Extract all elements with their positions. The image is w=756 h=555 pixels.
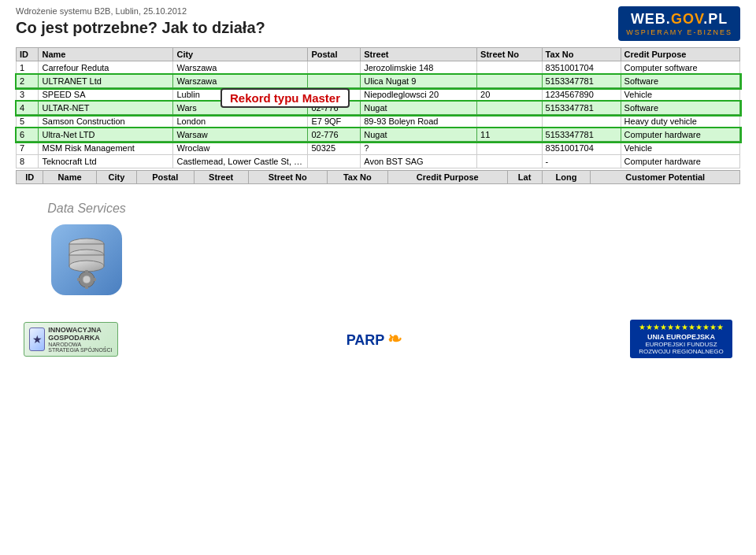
detail-header-row: ID Name City Postal Street Street No Tax… [17, 171, 740, 184]
col-tax-no: Tax No [542, 48, 621, 61]
table-row: 4ULTAR-NETWars02-776Nugat5153347781Softw… [17, 102, 740, 115]
svg-rect-8 [85, 270, 88, 273]
dcol-city: City [96, 171, 136, 184]
header-left: Wdrożenie systemu B2B, Lublin, 25.10.201… [16, 6, 265, 37]
footer: ★ INNOWACYJNA GOSPODARKA NARODOWA STRATE… [0, 316, 756, 361]
ue-line2: EUROPEJSKI FUNDUSZ [635, 341, 728, 348]
svg-rect-11 [93, 278, 96, 281]
table-row: 3SPEED SALublin20226Niepodleglowsci 2020… [17, 88, 740, 102]
logo-main-text: WEB.GOV.PL [631, 11, 728, 28]
innowacyjna-line2: GOSPODARKA [48, 334, 113, 342]
dcol-postal: Postal [137, 171, 194, 184]
innowacyjna-line3: NARODOWA STRATEGIA SPÓJNOŚCI [48, 342, 113, 353]
svg-rect-10 [77, 278, 80, 281]
table-row: 1Carrefour RedutaWarszawaJerozolimskie 1… [17, 61, 740, 75]
rekord-overlay: Rekord typu Master [220, 88, 350, 108]
data-services-section: Data Services [0, 187, 756, 313]
ds-logo-container: Data Services [24, 202, 150, 299]
dcol-lat: Lat [507, 171, 542, 184]
logo-sub-text: WSPIERAMY E-BIZNES [626, 28, 732, 36]
webgov-logo: WEB.GOV.PL WSPIERAMY E-BIZNES [618, 6, 740, 41]
dcol-customer-potential: Customer Potential [591, 171, 740, 184]
ue-stars: ★★★★★★★★★★★★ [635, 323, 728, 331]
col-city: City [173, 48, 308, 61]
header: Wdrożenie systemu B2B, Lublin, 25.10.201… [0, 0, 756, 44]
dcol-long: Long [542, 171, 591, 184]
col-postal: Postal [308, 48, 361, 61]
database-icon [47, 220, 126, 299]
parp-logo: PARP ❧ [346, 329, 402, 350]
col-name: Name [39, 48, 173, 61]
table-wrapper: ID Name City Postal Street Street No Tax… [16, 47, 740, 184]
detail-table: ID Name City Postal Street Street No Tax… [16, 170, 740, 184]
col-id: ID [17, 48, 39, 61]
table-row: 5Samson ConstructionLondonE7 9QF89-93 Bo… [17, 115, 740, 128]
ds-logo-text: Data Services [47, 202, 126, 216]
ue-line1: UNIA EUROPEJSKA [635, 333, 728, 341]
dcol-credit-purpose: Credit Purpose [388, 171, 508, 184]
svg-point-7 [83, 276, 91, 283]
innowacyjna-line1: INNOWACYJNA [48, 326, 113, 334]
parp-text: PARP [346, 332, 385, 348]
ue-logo: ★★★★★★★★★★★★ UNIA EUROPEJSKA EUROPEJSKI … [630, 320, 732, 358]
main-table: ID Name City Postal Street Street No Tax… [16, 47, 740, 168]
dcol-street: Street [194, 171, 248, 184]
table-row: 6Ultra-Net LTDWarsaw02-776Nugat115153347… [17, 128, 740, 142]
svg-point-5 [69, 261, 104, 272]
dcol-id: ID [17, 171, 43, 184]
table-row: 7MSM Risk ManagementWroclaw50325?8351001… [17, 142, 740, 155]
col-street: Street [361, 48, 477, 61]
col-credit-purpose: Credit Purpose [621, 48, 739, 61]
innowacyjna-logo: ★ INNOWACYJNA GOSPODARKA NARODOWA STRATE… [24, 322, 118, 357]
dcol-street-no: Street No [248, 171, 327, 184]
dcol-name: Name [43, 171, 96, 184]
page-title: Co jest potrzebne? Jak to działa? [16, 19, 265, 37]
header-subtitle: Wdrożenie systemu B2B, Lublin, 25.10.201… [16, 6, 265, 16]
table-row: 8Teknocraft LtdCastlemead, Lower Castle … [17, 155, 740, 168]
ue-line3: ROZWOJU REGIONALNEGO [635, 348, 728, 355]
svg-rect-9 [85, 286, 88, 289]
table-header-row: ID Name City Postal Street Street No Tax… [17, 48, 740, 61]
rekord-label: Rekord typu Master [220, 88, 350, 108]
col-street-no: Street No [477, 48, 543, 61]
table-section: ID Name City Postal Street Street No Tax… [0, 44, 756, 187]
table-row: 2ULTRANET LtdWarszawaUlica Nugat 9515334… [17, 75, 740, 88]
dcol-tax-no: Tax No [327, 171, 387, 184]
